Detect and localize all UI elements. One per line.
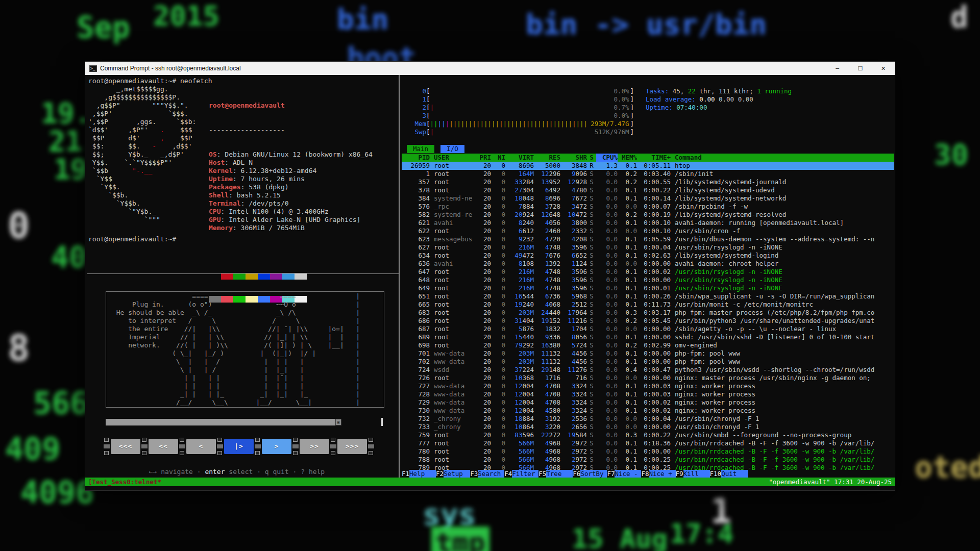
transport-controls: <<<<<<|>>>>>>> [103, 436, 384, 457]
process-row-621[interactable]: 621avahi200824040563800S0.00.10:00.10ava… [402, 219, 894, 227]
fkey-f1-help[interactable]: F1Help [402, 470, 436, 478]
column-header-pri[interactable]: PRI [475, 154, 491, 162]
neofetch-info-lines: OS: Debian GNU/Linux 12 (bookworm) x86_6… [209, 151, 373, 232]
process-row-728[interactable]: 728www-data2001200447083324S0.00.10:00.0… [402, 390, 894, 398]
process-row-733[interactable]: 733_chrony2001086432202656S0.00.00:00.00… [402, 423, 894, 431]
screen-status-bar: [Test_Sess0:telnet* "openmediavault" 17:… [85, 478, 895, 486]
fkey-f3-search[interactable]: F3Search [470, 470, 504, 478]
asciimation-frame: ==== ==== | Plug in. (o o") ~~O o | He s… [106, 291, 384, 408]
background-word: 566 [33, 385, 88, 421]
background-word: 409 [5, 431, 60, 467]
meter-2: 2[|0.7%] [406, 104, 634, 112]
process-row-686[interactable]: 686root200314041915211216S0.00.20:05.45/… [402, 317, 894, 325]
process-row-357[interactable]: 357root200332841395212928S0.00.20:00.55/… [402, 178, 894, 186]
pane-horizontal-separator [87, 273, 399, 274]
process-row-665[interactable]: 665root2001924040682512S0.00.10:11.73/us… [402, 300, 894, 309]
process-row-634[interactable]: 634root2004947276766652S0.00.10:02.63/li… [402, 252, 894, 260]
transport-button-prevprevprev[interactable]: <<< [111, 439, 140, 454]
fkey-f10-quit[interactable]: F10Quit [710, 470, 748, 478]
process-row-647[interactable]: 647root200216M47483596S0.00.10:00.02/usr… [402, 268, 894, 276]
process-row-648[interactable]: 648root200216M47483596S0.00.10:00.00/usr… [402, 276, 894, 284]
process-row-780[interactable]: 780root200566M49682972S0.00.10:00.00/usr… [402, 447, 894, 456]
process-row-649[interactable]: 649root200216M47483596S0.00.10:00.01/usr… [402, 284, 894, 292]
process-row-729[interactable]: 729www-data2001200447083324S0.00.10:00.0… [402, 398, 894, 407]
process-row-1[interactable]: 1root200164M122969096S0.00.20:03.40/sbin… [402, 170, 894, 178]
process-row-623[interactable]: 623messagebus200923247204208S0.00.10:05.… [402, 235, 894, 243]
summary-line: Load average: 0.00 0.00 0.00 [646, 95, 792, 104]
background-word: 8 [8, 327, 30, 369]
column-header-user[interactable]: USER [430, 154, 475, 162]
process-row-627[interactable]: 627root200216M47483596S0.00.10:00.04/usr… [402, 243, 894, 252]
process-row-384[interactable]: 384systemd-ne2001804886967672S0.00.10:00… [402, 194, 894, 203]
htop-table-header: PIDUSERPRINIVIRTRESSHRSCPU%MEM%TIME+Comm… [402, 154, 894, 162]
process-row-689[interactable]: 689root2001544093368056S0.00.10:00.00ssh… [402, 333, 894, 341]
process-row-777[interactable]: 777root200566M49682972S0.00.10:18.36/usr… [402, 439, 894, 447]
playback-progress-bar[interactable]: ▣ [106, 419, 341, 425]
process-row-576[interactable]: 576_rpc200788437283472S0.00.00:00.07/sbi… [402, 203, 894, 211]
fkey-f7-nice[interactable]: F7Nice - [607, 470, 641, 478]
process-row-698[interactable]: 698root20079292163805724S0.00.20:02.99om… [402, 341, 894, 349]
htop-function-key-bar: F1HelpF2SetupF3SearchF4FilterF5TreeF6Sor… [402, 470, 894, 478]
process-row-636[interactable]: 636avahi200810813921124S0.00.00:00.00ava… [402, 260, 894, 268]
process-row-622[interactable]: 622root200661224602332S0.00.00:00.10/usr… [402, 227, 894, 235]
summary-line: Uptime: 07:40:00 [646, 104, 792, 112]
process-row-26959[interactable]: 26959root200869650003848R1.30.10:05.11ht… [402, 162, 894, 170]
neofetch-info-line: Memory: 306MiB / 7654MiB [209, 224, 373, 232]
debian-ascii-logo: _,met$$$$$gg. ,g$$$$$$$$$$$$$$$P. ,g$$P"… [88, 85, 196, 224]
htop-pane: 0[0.0%]1[0.0%]2[|0.7%]3[0.0%]Mem[|||||||… [402, 75, 894, 478]
fkey-f2-setup[interactable]: F2Setup [436, 470, 470, 478]
process-row-726[interactable]: 726root200103681716716S0.00.00:00.00ngin… [402, 374, 894, 382]
column-header-shr[interactable]: SHR [560, 154, 587, 162]
column-header-virt[interactable]: VIRT [505, 154, 534, 162]
background-word: 30 [934, 138, 968, 171]
process-row-759[interactable]: 759root200835962227219584S0.00.30:00.22/… [402, 431, 894, 439]
process-row-732[interactable]: 732_chrony2001888431922536S0.00.00:00.04… [402, 415, 894, 423]
transport-button-prevprev[interactable]: << [149, 439, 178, 454]
htop-summary: Tasks: 45, 22 thr, 111 kthr; 1 runningLo… [646, 87, 792, 112]
maximize-button[interactable]: ☐ [849, 62, 872, 75]
process-row-730[interactable]: 730www-data2001200445803324S0.00.10:00.0… [402, 407, 894, 415]
transport-button-playnext[interactable]: |> [224, 439, 254, 454]
column-header-res[interactable]: RES [534, 154, 560, 162]
column-header-cpu[interactable]: CPU% [596, 154, 618, 162]
fkey-f8-nice[interactable]: F8Nice + [641, 470, 675, 478]
progress-bar-handle[interactable]: ▣ [335, 419, 341, 425]
left-pane: root@openmediavault:~# neofetch _,met$$$… [87, 75, 399, 490]
column-header-pid[interactable]: PID [402, 154, 430, 162]
column-header-ni[interactable]: NI [491, 154, 505, 162]
process-row-582[interactable]: 582systemd-re200209241264810472S0.00.20:… [402, 211, 894, 219]
process-row-651[interactable]: 651root2001654467365968S0.00.10:00.26/sb… [402, 292, 894, 300]
process-row-724[interactable]: 724wsdd200372242914811276S0.00.40:00.47p… [402, 366, 894, 374]
minimize-button[interactable]: ─ [826, 62, 849, 75]
column-header-s[interactable]: S [587, 154, 596, 162]
column-header-mem[interactable]: MEM% [618, 154, 637, 162]
background-word: 4096 [20, 474, 94, 510]
column-header-command[interactable]: Command [671, 154, 894, 162]
transport-button-nextnextnext[interactable]: >>> [337, 439, 367, 454]
status-session-name: [Test_Sess0:telnet* [88, 478, 161, 486]
process-row-683[interactable]: 683root200203M2444017964S0.00.30:03.17ph… [402, 309, 894, 317]
process-row-789[interactable]: 789root200566M49682972S0.00.10:00.25/usr… [402, 464, 894, 470]
column-header-time[interactable]: TIME+ [637, 154, 671, 162]
background-word: Sep [77, 10, 130, 45]
process-row-702[interactable]: 702www-data200203M111324456S0.00.10:00.0… [402, 358, 894, 366]
htop-tab-main[interactable]: Main [407, 145, 434, 153]
neofetch-info-line: GPU: Intel Alder Lake-N [UHD Graphics] [209, 216, 373, 224]
transport-button-prev[interactable]: < [186, 439, 216, 454]
fkey-f6-sortby[interactable]: F6SortBy [573, 470, 607, 478]
transport-button-next[interactable]: > [262, 439, 291, 454]
htop-tab-io[interactable]: I/O [440, 145, 464, 153]
process-row-378[interactable]: 378root2002730464924780S0.00.10:00.22/li… [402, 186, 894, 194]
process-row-701[interactable]: 701www-data200203M111324456S0.00.10:00.0… [402, 349, 894, 358]
process-row-788[interactable]: 788root200566M49682972S0.00.10:00.25/usr… [402, 456, 894, 464]
background-word: tmp [431, 527, 489, 551]
fkey-f5-tree[interactable]: F5Tree [538, 470, 573, 478]
fkey-f9-kill[interactable]: F9Kill [676, 470, 710, 478]
fkey-f4-filter[interactable]: F4Filter [504, 470, 538, 478]
close-button[interactable]: ✕ [872, 62, 895, 75]
film-connector [254, 437, 262, 456]
neofetch-info-line: OS: Debian GNU/Linux 12 (bookworm) x86_6… [209, 151, 373, 159]
process-row-727[interactable]: 727www-data2001200447083324S0.00.10:00.0… [402, 382, 894, 390]
process-row-687[interactable]: 687root200587618321704S0.00.00:00.00/sbi… [402, 325, 894, 333]
transport-button-nextnext[interactable]: >> [300, 439, 329, 454]
